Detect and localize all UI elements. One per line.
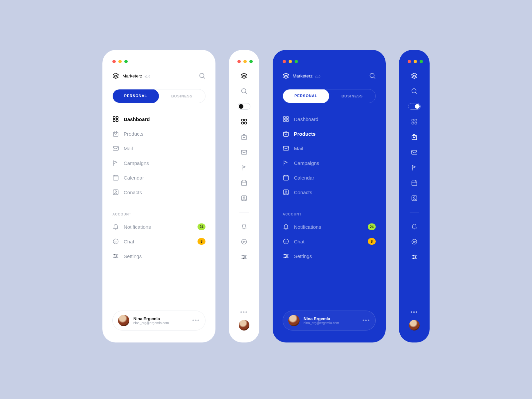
brand-name: Marketerz bbox=[293, 73, 313, 78]
calendar-icon[interactable] bbox=[241, 180, 247, 186]
nav-settings[interactable]: Settings bbox=[283, 249, 376, 263]
theme-toggle[interactable] bbox=[408, 103, 421, 110]
user-email: nina_erg@ergemla.com bbox=[133, 321, 169, 325]
calendar-icon[interactable] bbox=[411, 180, 418, 186]
nav-label: Notifications bbox=[294, 224, 321, 230]
dashboard-icon[interactable] bbox=[411, 118, 418, 125]
sidebar-light-expanded: Marketerz v1.0 PERSONAL BUSINESS Dashboa… bbox=[102, 50, 215, 342]
nav-campaigns[interactable]: Campaigns bbox=[112, 156, 205, 170]
campaigns-icon[interactable] bbox=[241, 164, 247, 171]
tab-personal[interactable]: PERSONAL bbox=[112, 89, 159, 103]
user-name: Nina Ergemla bbox=[133, 317, 169, 321]
nav-settings[interactable]: Settings bbox=[112, 249, 205, 263]
nav-chat[interactable]: Chat 8 bbox=[112, 235, 205, 248]
more-icon[interactable]: ••• bbox=[362, 318, 370, 324]
avatar[interactable] bbox=[239, 320, 249, 331]
mail-icon[interactable] bbox=[241, 149, 247, 156]
dashboard-icon[interactable] bbox=[241, 118, 247, 125]
theme-toggle[interactable] bbox=[238, 103, 250, 110]
logo-icon bbox=[411, 72, 418, 79]
nav-products[interactable]: Products bbox=[283, 127, 376, 140]
nav-dashboard[interactable]: Dashboard bbox=[283, 112, 376, 126]
nav-calendar[interactable]: Calendar bbox=[112, 171, 205, 184]
nav-notifications[interactable]: Notifications 24 bbox=[112, 220, 205, 233]
chat-badge: 8 bbox=[198, 238, 205, 245]
products-icon[interactable] bbox=[411, 134, 418, 140]
close-dot[interactable] bbox=[283, 60, 286, 63]
minimize-dot[interactable] bbox=[414, 60, 417, 63]
nav-dashboard[interactable]: Dashboard bbox=[112, 112, 205, 126]
chat-icon bbox=[112, 238, 119, 245]
nav-notifications[interactable]: Notifications 24 bbox=[283, 220, 376, 233]
nav-contacts[interactable]: Conacts bbox=[112, 186, 205, 199]
nav-products[interactable]: Products bbox=[112, 127, 205, 140]
tab-business[interactable]: BUSINESS bbox=[159, 89, 205, 103]
contacts-icon[interactable] bbox=[241, 195, 247, 201]
calendar-icon bbox=[283, 174, 289, 181]
nav-mail[interactable]: Mail bbox=[112, 142, 205, 155]
avatar bbox=[288, 315, 300, 326]
minimize-dot[interactable] bbox=[289, 60, 292, 63]
maximize-dot[interactable] bbox=[420, 60, 423, 63]
tab-business[interactable]: BUSINESS bbox=[329, 89, 375, 103]
nav-chat[interactable]: Chat 8 bbox=[283, 235, 376, 248]
avatar[interactable] bbox=[409, 320, 420, 331]
mail-icon bbox=[283, 145, 289, 152]
account-type-tabs: PERSONAL BUSINESS bbox=[283, 89, 376, 103]
tab-personal[interactable]: PERSONAL bbox=[283, 89, 329, 103]
close-dot[interactable] bbox=[408, 60, 411, 63]
minimize-dot[interactable] bbox=[118, 60, 122, 63]
settings-icon[interactable] bbox=[241, 254, 247, 260]
campaigns-icon bbox=[283, 160, 289, 166]
mail-icon[interactable] bbox=[411, 149, 418, 156]
bell-icon[interactable] bbox=[411, 223, 418, 230]
brand: Marketerz v1.0 bbox=[112, 72, 150, 79]
bell-icon bbox=[112, 223, 119, 230]
campaigns-icon bbox=[112, 160, 119, 166]
close-dot[interactable] bbox=[112, 60, 116, 63]
avatar bbox=[118, 315, 129, 326]
maximize-dot[interactable] bbox=[249, 60, 253, 63]
more-icon[interactable]: ••• bbox=[411, 309, 418, 315]
search-icon[interactable] bbox=[241, 88, 247, 94]
chat-icon[interactable] bbox=[411, 238, 418, 245]
user-card[interactable]: Nina Ergemla nina_erg@ergemla.com ••• bbox=[112, 311, 205, 331]
dashboard-icon bbox=[283, 116, 289, 122]
nav-label: Conacts bbox=[124, 190, 142, 195]
campaigns-icon[interactable] bbox=[411, 164, 418, 171]
nav-label: Mail bbox=[124, 146, 133, 151]
window-controls bbox=[112, 60, 205, 63]
nav-campaigns[interactable]: Campaigns bbox=[283, 156, 376, 170]
nav-label: Campaigns bbox=[294, 160, 319, 166]
search-icon[interactable] bbox=[411, 88, 418, 94]
products-icon[interactable] bbox=[241, 134, 247, 140]
dashboard-icon bbox=[112, 116, 119, 122]
nav-label: Notifications bbox=[124, 224, 151, 230]
products-icon bbox=[283, 130, 289, 137]
user-card[interactable]: Nina Ergemla nina_erg@ergemla.com ••• bbox=[283, 311, 376, 331]
nav-label: Conacts bbox=[294, 190, 312, 195]
settings-icon[interactable] bbox=[411, 254, 418, 260]
chat-icon[interactable] bbox=[241, 238, 247, 245]
nav-label: Chat bbox=[294, 239, 305, 244]
logo-icon bbox=[112, 72, 119, 79]
close-dot[interactable] bbox=[237, 60, 241, 63]
maximize-dot[interactable] bbox=[295, 60, 298, 63]
contacts-icon[interactable] bbox=[411, 195, 418, 201]
chat-badge: 8 bbox=[368, 238, 376, 245]
minimize-dot[interactable] bbox=[243, 60, 247, 63]
search-icon[interactable] bbox=[199, 72, 205, 79]
calendar-icon bbox=[112, 174, 119, 181]
nav-label: Dashboard bbox=[124, 116, 150, 122]
more-icon[interactable]: ••• bbox=[192, 318, 200, 324]
more-icon[interactable]: ••• bbox=[240, 309, 248, 315]
maximize-dot[interactable] bbox=[124, 60, 128, 63]
contacts-icon bbox=[112, 189, 119, 196]
nav-contacts[interactable]: Conacts bbox=[283, 186, 376, 199]
window-controls bbox=[283, 60, 376, 63]
bell-icon[interactable] bbox=[241, 223, 247, 230]
nav-mail[interactable]: Mail bbox=[283, 142, 376, 155]
sidebar-dark-collapsed: ••• bbox=[399, 50, 430, 342]
nav-calendar[interactable]: Calendar bbox=[283, 171, 376, 184]
search-icon[interactable] bbox=[369, 72, 376, 79]
